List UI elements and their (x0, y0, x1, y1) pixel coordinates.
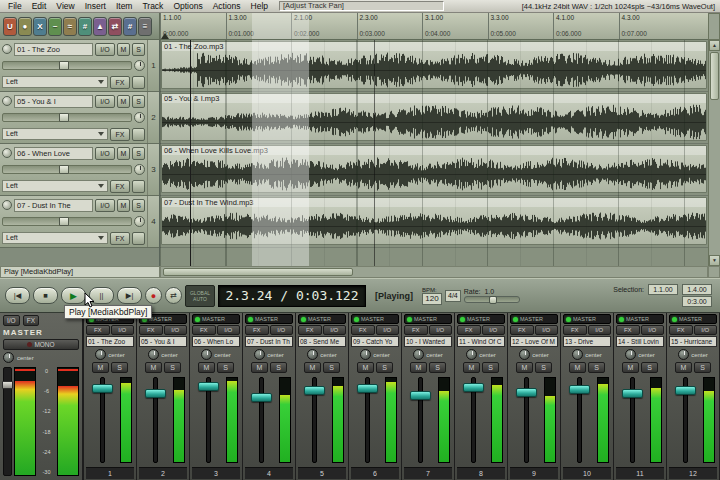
mixer-strip[interactable]: MASTER FX I/O 05 - You & I center M S (137, 313, 190, 480)
record-arm-button[interactable] (2, 44, 12, 54)
strip-volume-fader[interactable] (357, 384, 378, 393)
track-solo-button[interactable]: S (132, 147, 145, 160)
master-pan-knob[interactable] (3, 352, 14, 363)
strip-volume-fader[interactable] (92, 384, 113, 393)
master-strip[interactable]: I/O FX MASTER MONO center 0-6-12-18-24-3… (0, 313, 84, 480)
strip-pan-knob[interactable] (360, 349, 371, 360)
strip-io-button[interactable]: I/O (641, 325, 665, 335)
track-envelope-button[interactable] (132, 76, 145, 89)
horizontal-scrollbar[interactable] (160, 266, 708, 278)
track-io-button[interactable]: I/O (95, 95, 115, 108)
strip-mute-button[interactable]: M (357, 362, 374, 373)
strip-pan-knob[interactable] (678, 349, 689, 360)
strip-io-button[interactable]: I/O (482, 325, 506, 335)
master-fader-handle[interactable] (2, 381, 13, 389)
strip-io-button[interactable]: I/O (164, 325, 188, 335)
strip-fx-button[interactable]: FX (351, 325, 375, 335)
strip-fx-button[interactable]: FX (457, 325, 481, 335)
strip-mute-button[interactable]: M (516, 362, 533, 373)
selection-length[interactable]: 0:3.00 (682, 296, 712, 307)
playrate-slider[interactable] (464, 296, 520, 303)
track-mute-button[interactable]: M (117, 147, 130, 160)
mixer-strip[interactable]: MASTER FX I/O 14 - Still Lovin center M … (614, 313, 667, 480)
strip-solo-button[interactable]: S (588, 362, 605, 373)
strip-fx-button[interactable]: FX (298, 325, 322, 335)
master-send-button[interactable]: MASTER (510, 314, 558, 324)
track-volume-fader[interactable] (2, 61, 132, 70)
bpm-value[interactable]: 120 (422, 293, 442, 305)
strip-pan-knob[interactable] (413, 349, 424, 360)
strip-io-button[interactable]: I/O (535, 325, 559, 335)
volume-fader-handle[interactable] (59, 113, 69, 122)
strip-solo-button[interactable]: S (111, 362, 128, 373)
track-solo-button[interactable]: S (132, 199, 145, 212)
selection-end[interactable]: 1.4.00 (682, 284, 712, 295)
strip-pan-knob[interactable] (201, 349, 212, 360)
master-send-button[interactable]: MASTER (245, 314, 293, 324)
strip-fx-button[interactable]: FX (510, 325, 534, 335)
master-volume-fader[interactable] (3, 367, 12, 476)
track-panel[interactable]: 07 - Dust In The I/O M S Left FX (0, 196, 159, 248)
strip-track-name[interactable]: 11 - Wind Of C (457, 336, 505, 347)
record-arm-button[interactable] (2, 148, 12, 158)
mixer-strip[interactable]: MASTER FX I/O 08 - Send Me center M S (296, 313, 349, 480)
track-lane[interactable]: 06 - When Love Kills Love.mp3 (160, 144, 708, 196)
track-fx-button[interactable]: FX (110, 76, 130, 89)
track-volume-fader[interactable] (2, 217, 132, 226)
track-mute-button[interactable]: M (117, 199, 130, 212)
rate-value[interactable]: 1.0 (484, 288, 494, 295)
strip-track-name[interactable]: 05 - You & I (139, 336, 187, 347)
strip-pan-knob[interactable] (572, 349, 583, 360)
auto-crossfade-icon[interactable]: X (33, 17, 47, 36)
strip-volume-fader[interactable] (622, 389, 643, 398)
record-arm-button[interactable] (2, 96, 12, 106)
timeline-ruler[interactable]: 1.1.00 0:00.000 1.3.00 0:01.000 2.1.00 0… (160, 13, 708, 40)
track-name-label[interactable]: 07 - Dust In The (14, 199, 93, 212)
master-send-button[interactable]: MASTER (351, 314, 399, 324)
strip-solo-button[interactable]: S (535, 362, 552, 373)
strip-solo-button[interactable]: S (429, 362, 446, 373)
master-send-button[interactable]: MASTER (563, 314, 611, 324)
record-arm-button[interactable] (2, 200, 12, 210)
strip-mute-button[interactable]: M (251, 362, 268, 373)
master-send-button[interactable]: MASTER (616, 314, 664, 324)
strip-track-name[interactable]: 09 - Catch Yo (351, 336, 399, 347)
strip-mute-button[interactable]: M (304, 362, 321, 373)
track-lane[interactable]: 07 - Dust In The Wind.mp3 (160, 196, 708, 248)
strip-solo-button[interactable]: S (641, 362, 658, 373)
track-fx-button[interactable]: FX (110, 128, 130, 141)
track-envelope-button[interactable] (132, 232, 145, 245)
strip-volume-fader[interactable] (145, 389, 166, 398)
strip-fx-button[interactable]: FX (563, 325, 587, 335)
strip-solo-button[interactable]: S (376, 362, 393, 373)
record-input-select[interactable]: Left (2, 180, 108, 192)
strip-track-name[interactable]: 12 - Love Of M (510, 336, 558, 347)
strip-io-button[interactable]: I/O (270, 325, 294, 335)
mixer-strip[interactable]: MASTER FX I/O 09 - Catch Yo center M S (349, 313, 402, 480)
strip-solo-button[interactable]: S (323, 362, 340, 373)
strip-fx-button[interactable]: FX (192, 325, 216, 335)
bpm-group[interactable]: BPM: 120 (422, 287, 442, 305)
track-volume-fader[interactable] (2, 165, 132, 174)
track-fx-button[interactable]: FX (110, 232, 130, 245)
strip-io-button[interactable]: I/O (376, 325, 400, 335)
master-send-button[interactable]: MASTER (669, 314, 717, 324)
track-panel[interactable]: 05 - You & I I/O M S Left FX (0, 92, 159, 144)
envelope-items-icon[interactable]: ~ (48, 17, 62, 36)
strip-solo-button[interactable]: S (164, 362, 181, 373)
track-io-button[interactable]: I/O (95, 199, 115, 212)
master-mono-button[interactable]: MONO (3, 339, 79, 350)
repeat-button[interactable]: ⇄ (165, 287, 182, 304)
mixer-strip[interactable]: MASTER FX I/O 07 - Dust In Th center M S (243, 313, 296, 480)
volume-fader-handle[interactable] (59, 61, 69, 70)
global-automation-button[interactable]: GLOBAL AUTO (185, 285, 215, 307)
strip-mute-button[interactable]: M (463, 362, 480, 373)
strip-volume-fader[interactable] (410, 391, 431, 400)
strip-solo-button[interactable]: S (482, 362, 499, 373)
strip-mute-button[interactable]: M (410, 362, 427, 373)
master-send-button[interactable]: MASTER (457, 314, 505, 324)
strip-fx-button[interactable]: FX (139, 325, 163, 335)
track-pan-knob[interactable] (134, 60, 145, 71)
strip-mute-button[interactable]: M (198, 362, 215, 373)
track-solo-button[interactable]: S (132, 95, 145, 108)
